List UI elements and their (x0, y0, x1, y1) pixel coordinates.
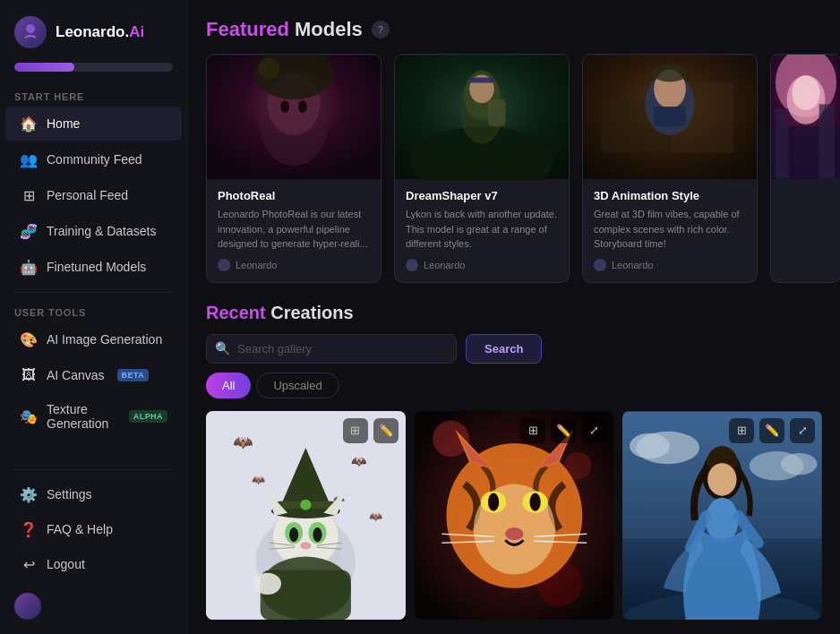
image-card-woman[interactable]: ⊞ ✏️ ⤢ (622, 411, 822, 621)
sidebar-item-ai-image-generation[interactable]: 🎨 AI Image Generation (5, 322, 182, 356)
personal-icon: ⊞ (20, 186, 38, 204)
svg-point-49 (300, 542, 311, 549)
filter-row: All Upscaled (206, 373, 822, 398)
author-name: Leonardo (236, 260, 278, 270)
model-card-image-dreamshaper (395, 55, 569, 180)
info-icon[interactable]: ? (372, 21, 390, 39)
model-card-3d-animation[interactable]: 3D Animation Style Great at 3D film vibe… (582, 54, 758, 283)
progress-bar (14, 63, 173, 72)
divider (14, 292, 173, 293)
alpha-badge: ALPHA (129, 410, 167, 423)
author-avatar (594, 259, 606, 271)
sidebar-item-label: AI Canvas (47, 368, 105, 382)
author-name: Leonardo (424, 260, 466, 270)
sidebar-item-label: FAQ & Help (47, 522, 113, 536)
expand-icon-btn[interactable]: ⤢ (581, 418, 606, 443)
sidebar-item-faq[interactable]: ❓ FAQ & Help (5, 512, 182, 546)
author-avatar (218, 259, 230, 271)
model-author: Leonardo (218, 259, 370, 271)
svg-point-5 (298, 100, 307, 113)
faq-icon: ❓ (20, 520, 38, 538)
training-icon: 🧬 (20, 222, 38, 240)
model-author: Leonardo (594, 259, 746, 271)
grid-icon-btn[interactable]: ⊞ (343, 418, 368, 443)
model-card-image-photoreal (207, 55, 381, 180)
search-wrapper: 🔍 (206, 334, 457, 364)
sidebar-item-label: Community Feed (47, 152, 142, 167)
featured-header: Featured Models ? (188, 0, 840, 54)
sidebar-item-finetuned-models[interactable]: 🤖 Finetuned Models (5, 250, 182, 284)
grid-icon-btn[interactable]: ⊞ (520, 418, 545, 443)
svg-rect-28 (776, 108, 789, 178)
sidebar-item-home[interactable]: 🏠 Home (5, 107, 182, 141)
sidebar-item-community-feed[interactable]: 👥 Community Feed (5, 142, 182, 176)
image-card-cat[interactable]: 🦇 🦇 🦇 🦇 🦇 (206, 411, 406, 621)
edit-icon-btn[interactable]: ✏️ (759, 418, 784, 443)
models-carousel: PhotoReal Leonardo PhotoReal is our late… (188, 54, 840, 287)
sidebar-item-label: AI Image Generation (47, 332, 162, 347)
model-title: DreamShaper v7 (406, 189, 558, 202)
sidebar-item-personal-feed[interactable]: ⊞ Personal Feed (5, 178, 182, 212)
sidebar-item-label: Home (47, 116, 80, 131)
main-content: Featured Models ? (188, 0, 840, 634)
image-card-overlay: ⊞ ✏️ ⤢ (622, 411, 822, 450)
expand-icon-btn[interactable]: ⤢ (790, 418, 815, 443)
sidebar-item-texture-generation[interactable]: 🎭 Texture Generation ALPHA (5, 394, 182, 439)
sidebar-item-label: Texture Generation (47, 402, 116, 431)
sidebar-item-label: Logout (47, 557, 85, 571)
sidebar-item-logout[interactable]: ↩ Logout (5, 547, 182, 581)
sidebar-item-training-datasets[interactable]: 🧬 Training & Datasets (5, 214, 182, 248)
search-row: 🔍 Search (206, 334, 822, 364)
featured-title: Featured Models (206, 18, 363, 41)
model-card-anime[interactable] (770, 54, 840, 283)
community-icon: 👥 (20, 150, 38, 168)
svg-point-7 (258, 58, 279, 80)
model-desc: Great at 3D film vibes, capable of compl… (594, 207, 746, 252)
svg-point-26 (792, 75, 819, 110)
sidebar-bottom: ⚙️ Settings ❓ FAQ & Help ↩ Logout (0, 462, 187, 634)
canvas-icon: 🖼 (20, 366, 38, 384)
image-card-overlay: ⊞ ✏️ (206, 411, 406, 450)
logo-area: Leonardo.Ai (0, 0, 187, 59)
svg-point-42 (313, 527, 321, 542)
svg-point-8 (304, 57, 322, 75)
image-card-tiger[interactable]: ⊞ ✏️ ⤢ (415, 411, 614, 621)
author-name: Leonardo (612, 260, 654, 270)
beta-badge: BETA (117, 369, 150, 381)
search-button[interactable]: Search (466, 334, 542, 364)
svg-text:🦇: 🦇 (351, 453, 367, 469)
filter-upscaled-button[interactable]: Upscaled (256, 373, 339, 398)
texture-icon: 🎭 (20, 407, 38, 425)
svg-rect-29 (819, 104, 836, 178)
svg-point-67 (505, 527, 523, 540)
filter-all-button[interactable]: All (206, 373, 251, 398)
home-icon: 🏠 (20, 115, 38, 133)
grid-icon-btn[interactable]: ⊞ (729, 418, 754, 443)
svg-text:🦇: 🦇 (252, 473, 266, 487)
start-here-label: Start Here (0, 84, 187, 106)
model-author: Leonardo (406, 259, 558, 271)
svg-point-56 (254, 572, 281, 594)
ai-image-icon: 🎨 (20, 330, 38, 348)
search-icon: 🔍 (215, 341, 230, 356)
svg-point-41 (289, 527, 298, 542)
model-card-image-anime (771, 55, 840, 180)
logo-text: Leonardo.Ai (56, 23, 144, 41)
search-input[interactable] (206, 334, 457, 364)
svg-point-46 (300, 499, 311, 510)
edit-icon-btn[interactable]: ✏️ (373, 418, 399, 443)
sidebar-item-ai-canvas[interactable]: 🖼 AI Canvas BETA (5, 358, 182, 392)
model-title: PhotoReal (218, 189, 370, 202)
model-card-body: 3D Animation Style Great at 3D film vibe… (583, 180, 757, 282)
model-desc: Lykon is back with another update. This … (406, 207, 558, 252)
sidebar-item-settings[interactable]: ⚙️ Settings (5, 477, 182, 511)
model-card-photoreal[interactable]: PhotoReal Leonardo PhotoReal is our late… (206, 54, 381, 283)
logout-icon: ↩ (20, 555, 38, 573)
edit-icon-btn[interactable]: ✏️ (551, 418, 576, 443)
image-grid: 🦇 🦇 🦇 🦇 🦇 (206, 411, 822, 621)
sidebar-item-label: Settings (47, 487, 92, 501)
author-avatar (406, 259, 418, 271)
model-card-dreamshaper[interactable]: DreamShaper v7 Lykon is back with anothe… (394, 54, 570, 283)
svg-point-22 (652, 64, 688, 82)
sidebar: Leonardo.Ai Start Here 🏠 Home 👥 Communit… (0, 0, 188, 634)
